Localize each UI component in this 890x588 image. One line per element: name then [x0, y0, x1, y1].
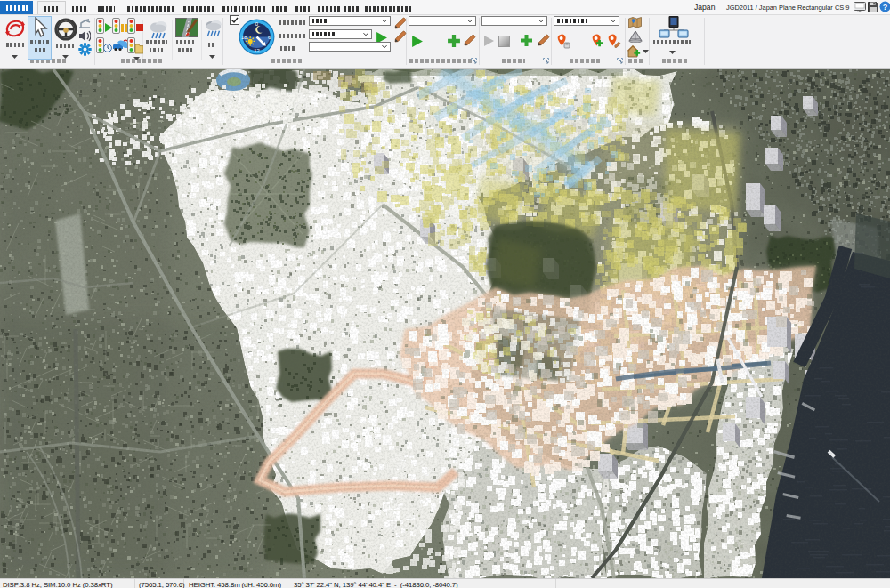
svg-text:6: 6 [268, 35, 271, 40]
svg-text:18: 18 [241, 35, 247, 40]
svg-text:12: 12 [254, 48, 260, 53]
svg-text:?: ? [883, 3, 888, 12]
